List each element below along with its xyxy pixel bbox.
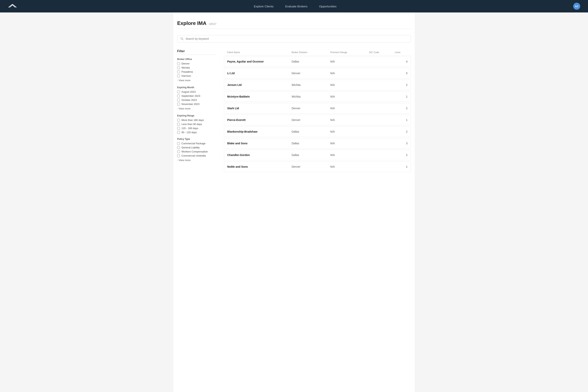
search-input[interactable] (186, 37, 408, 40)
broker-office-view-more[interactable]: › View more (177, 78, 191, 82)
logo (8, 4, 17, 9)
filter-checkbox-denver[interactable] (177, 62, 180, 65)
cell-client-name: Noble and Sons (227, 165, 292, 168)
table-row[interactable]: Jensen Ltd Wichita N/A 2 (224, 80, 411, 90)
filter-title: Filter (177, 50, 216, 55)
expiring-month-view-more-label: View more (178, 107, 190, 110)
filter-option-label-more-180: More than 180 days (181, 118, 204, 122)
filter-option-wichita[interactable]: Wichita (177, 66, 216, 69)
filter-option-pasadena[interactable]: Pasadena (177, 70, 216, 73)
filter-option-september-2023[interactable]: September 2023 (177, 94, 216, 97)
table-row[interactable]: Payne, Aguilar and Oconnor Dallas N/A 4 (224, 56, 411, 67)
filter-option-november-2023[interactable]: November 2023 (177, 102, 216, 106)
search-icon (180, 37, 184, 40)
filter-option-commercial-package[interactable]: Commercial Package (177, 142, 216, 145)
cell-lines: 5 (395, 72, 408, 75)
cell-premium-range: N/A (330, 154, 369, 156)
cell-broker-division: Dallas (292, 130, 330, 133)
filter-label-broker-office: Broker Office (177, 58, 216, 60)
svg-line-1 (183, 39, 183, 40)
table-row[interactable]: Chandler-Gordon Dallas N/A 2 (224, 150, 411, 160)
filter-checkbox-more-180[interactable] (177, 119, 180, 122)
filter-section-expiring-month: Expiring Month August 2023 September 202… (177, 86, 216, 110)
chevron-right-icon-2: › (177, 108, 178, 110)
filter-checkbox-commercial-umbrella[interactable] (177, 154, 180, 157)
filter-option-label-workers-compensation: Workers Compensation (181, 150, 208, 153)
filter-checkbox-pasadena[interactable] (177, 70, 180, 73)
user-avatar[interactable]: AC (573, 3, 580, 10)
filter-section-expiring-range: Expiring Range More than 180 days Less t… (177, 114, 216, 134)
filter-label-expiring-range: Expiring Range (177, 114, 216, 117)
filter-section-broker-office: Broker Office Denver Wichita Pasadena Ha… (177, 58, 216, 82)
filter-checkbox-august-2023[interactable] (177, 90, 180, 93)
table-row[interactable]: Noble and Sons Denver N/A 1 (224, 162, 411, 172)
table-row[interactable]: Mcintyre-Baldwin Wichita N/A 1 (224, 91, 411, 102)
cell-premium-range: N/A (330, 95, 369, 98)
policy-type-view-more[interactable]: › View more (177, 158, 191, 162)
cell-broker-division: Denver (292, 72, 330, 75)
cell-client-name: Stark Ltd (227, 107, 292, 110)
filter-option-120-180[interactable]: 120 - 180 days (177, 127, 216, 130)
filter-option-label-commercial-umbrella: Commercial Umbrella (181, 154, 206, 157)
filter-checkbox-commercial-package[interactable] (177, 142, 180, 145)
cell-premium-range: N/A (330, 142, 369, 145)
page-title: Explore IMA (177, 20, 206, 26)
table-row[interactable]: Stark Ltd Denver N/A 2 (224, 103, 411, 114)
filter-checkbox-harrison[interactable] (177, 74, 180, 77)
filter-option-general-liability[interactable]: General Liability (177, 146, 216, 149)
search-wrapper (177, 35, 411, 42)
main-layout: Filter Broker Office Denver Wichita Pasa… (177, 50, 411, 173)
table-row[interactable]: Pierce-Everett Denver N/A 1 (224, 115, 411, 125)
cell-client-name: Jensen Ltd (227, 83, 292, 86)
cell-broker-division: Dallas (292, 60, 330, 63)
table-row[interactable]: Blankenship-Bradshaw Dallas N/A 2 (224, 126, 411, 137)
filter-checkbox-90-120[interactable] (177, 131, 180, 134)
cell-premium-range: N/A (330, 83, 369, 86)
filter-checkbox-wichita[interactable] (177, 66, 180, 69)
filter-sidebar: Filter Broker Office Denver Wichita Pasa… (177, 50, 216, 173)
filter-option-less-90[interactable]: Less than 90 days (177, 123, 216, 126)
filter-option-october-2023[interactable]: October 2023 (177, 98, 216, 102)
col-sic-code: SIC Code (369, 51, 395, 54)
filter-checkbox-less-90[interactable] (177, 123, 180, 126)
navbar: Explore Clients Evaluate Brokers Opportu… (0, 0, 588, 12)
filter-option-label-120-180: 120 - 180 days (181, 127, 198, 130)
filter-option-label-90-120: 90 - 120 days (181, 131, 197, 134)
filter-option-label-general-liability: General Liability (181, 146, 200, 149)
filter-option-label-commercial-package: Commercial Package (181, 142, 206, 145)
filter-checkbox-general-liability[interactable] (177, 146, 180, 149)
cell-premium-range: N/A (330, 72, 369, 75)
cell-lines: 2 (395, 154, 408, 156)
filter-option-denver[interactable]: Denver (177, 62, 216, 65)
cell-lines: 1 (395, 165, 408, 168)
filter-checkbox-workers-compensation[interactable] (177, 150, 180, 153)
expiring-month-view-more[interactable]: › View more (177, 107, 191, 110)
cell-lines: 2 (395, 83, 408, 86)
cell-lines: 1 (395, 118, 408, 122)
filter-checkbox-september-2023[interactable] (177, 95, 180, 97)
nav-evaluate-brokers[interactable]: Evaluate Brokers (285, 5, 307, 8)
table-row[interactable]: Blake and Sons Dallas N/A 3 (224, 138, 411, 148)
cell-lines: 2 (395, 107, 408, 110)
filter-option-august-2023[interactable]: August 2023 (177, 90, 216, 93)
cell-lines: 2 (395, 130, 408, 133)
cell-broker-division: Denver (292, 165, 330, 168)
cell-broker-division: Dallas (292, 142, 330, 145)
filter-checkbox-november-2023[interactable] (177, 103, 180, 106)
page-title-row: Explore IMA 16537 (177, 20, 411, 29)
filter-option-workers-compensation[interactable]: Workers Compensation (177, 150, 216, 153)
filter-option-harrison[interactable]: Harrison (177, 74, 216, 77)
table-header: Client Name Broker Division Premium Rang… (224, 50, 411, 56)
nav-opportunities[interactable]: Opportunities (319, 5, 336, 8)
filter-checkbox-october-2023[interactable] (177, 99, 180, 102)
cell-premium-range: N/A (330, 60, 369, 63)
cell-client-name: Blake and Sons (227, 142, 292, 145)
filter-option-more-180[interactable]: More than 180 days (177, 118, 216, 122)
nav-explore-clients[interactable]: Explore Clients (254, 5, 274, 8)
cell-broker-division: Wichita (292, 95, 330, 98)
table-row[interactable]: Li Ltd Denver N/A 5 (224, 68, 411, 78)
filter-option-commercial-umbrella[interactable]: Commercial Umbrella (177, 154, 216, 157)
filter-option-label-pasadena: Pasadena (181, 70, 193, 73)
filter-option-90-120[interactable]: 90 - 120 days (177, 131, 216, 134)
filter-checkbox-120-180[interactable] (177, 127, 180, 130)
